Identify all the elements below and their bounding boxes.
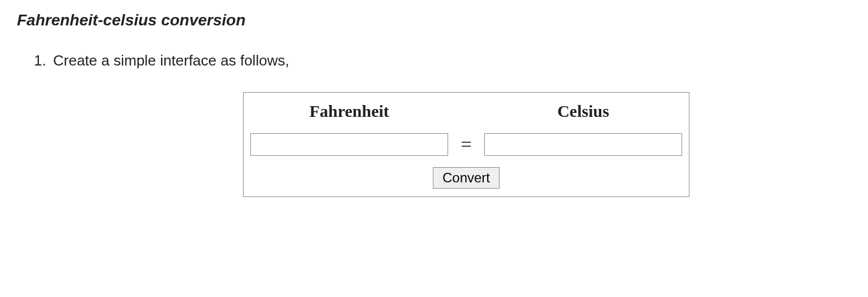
fahrenheit-header: Fahrenheit <box>244 93 455 130</box>
list-text: Create a simple interface as follows, <box>53 52 289 69</box>
convert-button[interactable]: Convert <box>433 167 500 189</box>
fahrenheit-input[interactable] <box>250 133 448 156</box>
celsius-input[interactable] <box>484 133 682 156</box>
converter-panel: Fahrenheit Celsius = Convert <box>243 92 851 197</box>
spacer-header <box>455 93 478 130</box>
converter-table: Fahrenheit Celsius = Convert <box>243 92 689 197</box>
list-item: 1. Create a simple interface as follows, <box>34 52 851 69</box>
equals-sign: = <box>455 130 478 159</box>
ordered-list: 1. Create a simple interface as follows, <box>34 52 851 69</box>
celsius-header: Celsius <box>478 93 689 130</box>
list-number: 1. <box>34 52 49 69</box>
header-row: Fahrenheit Celsius <box>244 93 689 130</box>
input-row: = <box>244 130 689 159</box>
button-row: Convert <box>244 159 689 197</box>
page-title: Fahrenheit-celsius conversion <box>17 11 851 29</box>
